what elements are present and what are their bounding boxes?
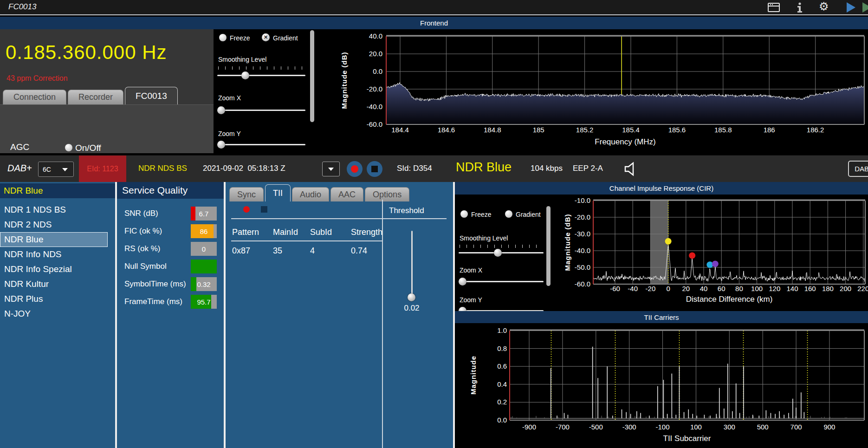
- cir-controls-scrollbar[interactable]: [546, 206, 551, 286]
- detail-tab-bar: SyncTIIAudioAACOptions: [229, 184, 411, 201]
- tii-cell: 4: [310, 246, 315, 256]
- tab-fc0013[interactable]: FC0013: [125, 87, 178, 104]
- service-quality-rows: SNR (dB)6.7FIC (ok %)86RS (ok %)0Null Sy…: [117, 205, 224, 311]
- tab-recorder[interactable]: Recorder: [68, 90, 123, 104]
- tab-aac[interactable]: AAC: [330, 187, 363, 201]
- record-icon: [351, 165, 358, 173]
- freeze-radio[interactable]: [219, 34, 227, 41]
- chevron-down-icon: [328, 168, 334, 171]
- service-id: SId: D354: [397, 164, 432, 173]
- quality-label: Null Symbol: [124, 262, 167, 271]
- cir-zoom-x-label: Zoom X: [460, 266, 482, 274]
- zoom-y-slider-knob[interactable]: [217, 141, 225, 149]
- quality-bar: 0.32: [191, 277, 217, 291]
- service-item[interactable]: NDR 2 NDS: [0, 217, 115, 232]
- chevron-down-icon: [62, 168, 68, 171]
- service-quality-header: Service Quality: [117, 182, 224, 199]
- dab-edge-button[interactable]: DAB: [848, 161, 868, 177]
- play-icon[interactable]: [847, 2, 855, 13]
- play-secondary-icon[interactable]: [862, 2, 868, 13]
- zoom-y-slider[interactable]: [217, 144, 305, 145]
- agc-radio[interactable]: [65, 144, 72, 151]
- svg-text:185.2: 185.2: [576, 126, 594, 134]
- controls-scrollbar[interactable]: [310, 30, 314, 122]
- info-icon[interactable]: [795, 2, 805, 14]
- tii-marker-square-icon: [261, 206, 267, 213]
- quality-label: SymbolTime (ms): [124, 279, 186, 289]
- svg-text:300: 300: [724, 423, 735, 431]
- channel-select[interactable]: 6C: [38, 162, 74, 177]
- service-list-panel: NDR Blue NDR 1 NDS BSNDR 2 NDSNDR BlueND…: [0, 182, 115, 448]
- service-item[interactable]: NDR Info NDS: [0, 247, 115, 262]
- settings-icon[interactable]: ⚙: [819, 1, 829, 12]
- spectrum-plot: 40.020.00.0-20.0-40.0-60.0184.4184.6184.…: [320, 29, 868, 153]
- service-item[interactable]: NDR Plus: [0, 292, 115, 306]
- svg-text:-10.0: -10.0: [575, 196, 590, 204]
- check-x-icon: ✕: [264, 34, 268, 40]
- zoom-x-label: Zoom X: [218, 94, 241, 102]
- tab-connection[interactable]: Connection: [3, 90, 66, 104]
- svg-text:Magnitude (dB): Magnitude (dB): [564, 214, 571, 271]
- bitrate-label: 104 kbps: [531, 164, 563, 173]
- threshold-divider: [382, 200, 383, 448]
- zoom-x-slider[interactable]: [217, 110, 305, 111]
- quality-row: FrameTime (ms)95.7: [117, 293, 224, 311]
- svg-text:185.4: 185.4: [622, 126, 640, 134]
- quality-label: RS (ok %): [124, 244, 160, 253]
- stop-button[interactable]: [367, 161, 382, 177]
- service-item[interactable]: NDR 1 NDS BS: [0, 202, 115, 217]
- smoothing-ticks: [218, 66, 305, 70]
- quality-value: 0: [191, 242, 217, 256]
- speaker-icon[interactable]: [623, 161, 638, 177]
- svg-text:0.2: 0.2: [497, 398, 507, 406]
- svg-text:184.6: 184.6: [438, 126, 455, 134]
- svg-text:-700: -700: [556, 423, 570, 431]
- spectrum-controls-panel: Freeze ✕ Gradient Smoothing Level Zoom X…: [214, 29, 320, 153]
- tab-audio[interactable]: Audio: [292, 187, 329, 201]
- svg-text:500: 500: [757, 423, 769, 431]
- quality-row: Null Symbol: [117, 258, 224, 276]
- svg-text:0: 0: [666, 285, 670, 292]
- service-item[interactable]: NDR Info Spezial: [0, 262, 115, 277]
- threshold-slider-knob[interactable]: [408, 293, 415, 301]
- svg-text:100: 100: [751, 285, 763, 292]
- service-quality-panel: Service Quality SNR (dB)6.7FIC (ok %)86R…: [117, 182, 224, 448]
- tab-sync[interactable]: Sync: [229, 187, 264, 201]
- quality-row: SymbolTime (ms)0.32: [117, 276, 224, 293]
- svg-text:-300: -300: [622, 423, 636, 431]
- tab-tii[interactable]: TII: [265, 184, 291, 201]
- cir-zoom-x-slider-knob[interactable]: [459, 278, 466, 286]
- cir-title: Channel Impulse Response (CIR): [609, 184, 713, 192]
- smoothing-slider[interactable]: [217, 75, 305, 76]
- zoom-x-slider-knob[interactable]: [217, 106, 225, 114]
- stop-icon: [371, 166, 378, 172]
- frequency-display: 0.185.360.000 Hz: [6, 41, 167, 64]
- cir-gradient-radio[interactable]: [505, 210, 512, 218]
- cir-zoom-x-slider[interactable]: [459, 281, 544, 282]
- service-item[interactable]: NDR Blue: [0, 232, 108, 247]
- agc-option-label: On/Off: [75, 143, 101, 153]
- cir-freeze-label: Freeze: [471, 211, 492, 218]
- service-item[interactable]: N-JOY: [0, 306, 115, 321]
- cir-freeze-radio[interactable]: [460, 210, 468, 218]
- svg-text:185.6: 185.6: [668, 126, 686, 134]
- cir-smoothing-slider-knob[interactable]: [494, 249, 502, 257]
- dab-edge-label: DAB: [855, 165, 868, 173]
- cir-header: Channel Impulse Response (CIR): [455, 182, 868, 195]
- tii-cell: 0.74: [351, 246, 367, 256]
- svg-text:-20.0: -20.0: [367, 85, 382, 93]
- service-item[interactable]: NDR Kultur: [0, 277, 115, 292]
- smoothing-slider-knob[interactable]: [241, 71, 249, 79]
- tii-carriers-plot: 0.00.20.40.60.81.0-900-700-500-300-10010…: [455, 323, 868, 448]
- gradient-checkbox[interactable]: ✕: [262, 33, 270, 41]
- threshold-slider[interactable]: [411, 231, 413, 300]
- record-button[interactable]: [347, 161, 363, 177]
- service-dropdown-button[interactable]: [322, 162, 340, 176]
- window-icon[interactable]: [767, 2, 780, 13]
- tab-options[interactable]: Options: [365, 187, 409, 201]
- ensemble-name: NDR NDS BS: [138, 164, 187, 173]
- cir-smoothing-ticks: [460, 245, 543, 248]
- frontend-tab-bar: ConnectionRecorderFC0013: [3, 87, 179, 104]
- quality-value: 86: [191, 224, 217, 238]
- cir-tii-section: Channel Impulse Response (CIR) Freeze Gr…: [455, 182, 868, 448]
